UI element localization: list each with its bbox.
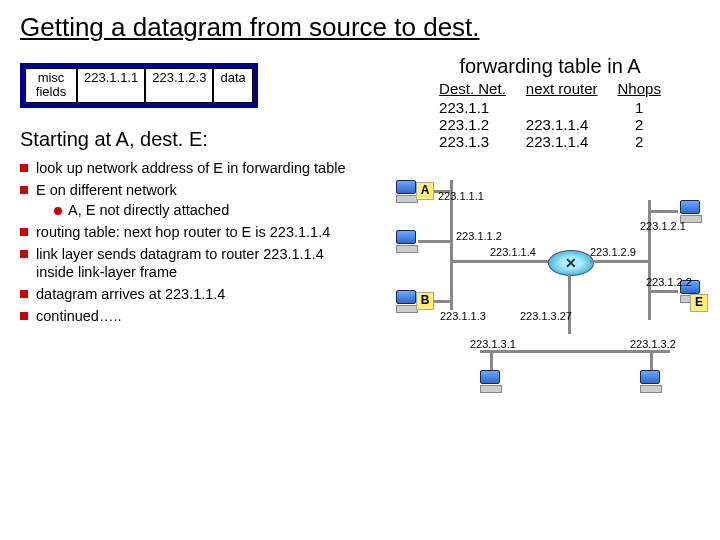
ip-label: 223.1.2.1 — [640, 220, 686, 232]
net-segment — [490, 350, 493, 370]
fwd-table-title: forwarding table in A — [390, 55, 710, 78]
net-segment — [418, 240, 450, 243]
table-row: 223.1.3223.1.1.42 — [429, 133, 671, 150]
ip-label: 223.1.1.2 — [456, 230, 502, 242]
datagram-data: data — [213, 68, 252, 103]
ip-label: 223.1.1.3 — [440, 310, 486, 322]
fwd-col-nhops: Nhops — [608, 80, 671, 99]
host-e-badge: E — [690, 294, 708, 312]
net-segment — [450, 260, 550, 263]
section-subhead: Starting at A, dest. E: — [20, 128, 350, 151]
net-segment — [568, 274, 571, 334]
table-row: 223.1.2223.1.1.42 — [429, 116, 671, 133]
list-subitem: A, E not directly attached — [54, 201, 350, 219]
net-segment — [648, 290, 678, 293]
list-item: look up network address of E in forwardi… — [20, 159, 350, 177]
net-segment — [650, 350, 653, 370]
table-row: 223.1.11 — [429, 99, 671, 116]
bullet-list: look up network address of E in forwardi… — [20, 159, 350, 326]
ip-label: 223.1.2.2 — [646, 276, 692, 288]
host-icon — [396, 230, 416, 252]
list-item: datagram arrives at 223.1.1.4 — [20, 285, 350, 303]
host-b-badge: B — [416, 292, 434, 310]
fwd-col-next: next router — [516, 80, 608, 99]
datagram-box: miscfields 223.1.1.1 223.1.2.3 data — [20, 63, 258, 108]
datagram-src-ip: 223.1.1.1 — [77, 68, 145, 103]
ip-label: 223.1.1.4 — [490, 246, 536, 258]
router-icon: ✕ — [548, 250, 594, 276]
list-item: E on different network A, E not directly… — [20, 181, 350, 219]
list-item: link layer sends datagram to router 223.… — [20, 245, 350, 281]
fwd-col-dest: Dest. Net. — [429, 80, 516, 99]
net-segment — [590, 260, 650, 263]
datagram-misc: miscfields — [25, 68, 77, 103]
network-diagram: A 223.1.1.1 223.1.1.2 B 223.1.1.3 223.1.… — [390, 160, 710, 410]
net-segment — [648, 210, 678, 213]
host-a-badge: A — [416, 182, 434, 200]
host-icon — [640, 370, 660, 392]
net-segment — [480, 350, 670, 353]
ip-label: 223.1.2.9 — [590, 246, 636, 258]
page-title: Getting a datagram from source to dest. — [20, 12, 700, 43]
host-b-icon — [396, 290, 416, 312]
host-icon — [480, 370, 500, 392]
host-icon — [680, 200, 700, 222]
ip-label: 223.1.3.2 — [630, 338, 676, 350]
datagram-dst-ip: 223.1.2.3 — [145, 68, 213, 103]
ip-label: 223.1.3.27 — [520, 310, 572, 322]
ip-label: 223.1.3.1 — [470, 338, 516, 350]
host-a-icon — [396, 180, 416, 202]
forwarding-table: Dest. Net. next router Nhops 223.1.11 22… — [429, 80, 671, 150]
list-item: routing table: next hop router to E is 2… — [20, 223, 350, 241]
ip-label: 223.1.1.1 — [438, 190, 484, 202]
net-segment — [648, 200, 651, 320]
list-item: continued….. — [20, 307, 350, 325]
